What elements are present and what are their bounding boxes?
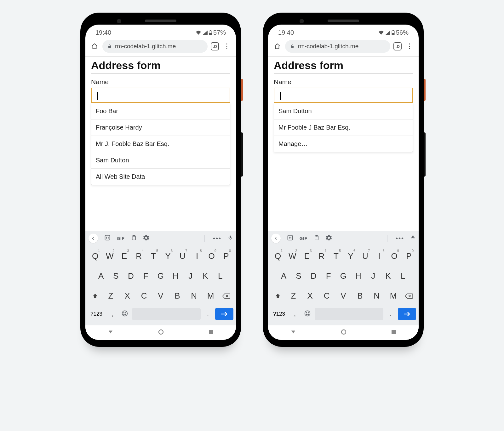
key-u[interactable]: U7 xyxy=(175,248,190,264)
chevron-left-icon[interactable] xyxy=(89,234,98,243)
key-o[interactable]: O9 xyxy=(387,248,402,264)
autofill-option[interactable]: Manage… xyxy=(274,136,413,152)
nav-back-icon[interactable] xyxy=(108,329,113,336)
key-w[interactable]: W2 xyxy=(285,248,300,264)
key-m[interactable]: M xyxy=(202,288,219,304)
key-y[interactable]: Y6 xyxy=(161,248,175,264)
key-g[interactable]: G xyxy=(336,268,351,284)
key-i[interactable]: I8 xyxy=(372,248,387,264)
period-key[interactable]: . xyxy=(203,310,213,318)
key-r[interactable]: R4 xyxy=(314,248,329,264)
key-f[interactable]: F xyxy=(321,268,336,284)
key-a[interactable]: A xyxy=(276,268,291,284)
key-z[interactable]: Z xyxy=(102,288,119,304)
enter-key[interactable] xyxy=(215,308,233,320)
key-j[interactable]: J xyxy=(183,268,198,284)
gif-button[interactable]: GIF xyxy=(117,236,125,241)
clipboard-icon[interactable] xyxy=(131,235,137,242)
sticker-icon[interactable] xyxy=(104,235,111,242)
gear-icon[interactable] xyxy=(143,235,149,242)
key-f[interactable]: F xyxy=(138,268,153,284)
autofill-option[interactable]: Mr Fooble J Baz Bar Esq. xyxy=(274,119,413,136)
key-c[interactable]: C xyxy=(136,288,152,304)
nav-home-icon[interactable] xyxy=(341,329,346,336)
comma-key[interactable]: , xyxy=(289,310,300,318)
key-x[interactable]: X xyxy=(119,288,136,304)
more-icon[interactable]: ••• xyxy=(396,235,404,242)
overflow-menu-icon[interactable]: ⋮ xyxy=(222,42,232,51)
key-o[interactable]: O9 xyxy=(204,248,219,264)
backspace-key[interactable] xyxy=(402,293,416,299)
nav-recent-icon[interactable] xyxy=(391,329,396,336)
key-g[interactable]: G xyxy=(153,268,168,284)
mic-icon[interactable] xyxy=(228,235,233,242)
key-p[interactable]: P0 xyxy=(402,248,416,264)
key-q[interactable]: Q1 xyxy=(271,248,285,264)
mic-icon[interactable] xyxy=(410,235,415,242)
key-r[interactable]: R4 xyxy=(132,248,146,264)
key-y[interactable]: Y6 xyxy=(343,248,358,264)
tabs-button[interactable]: :D xyxy=(393,42,402,50)
key-b[interactable]: B xyxy=(352,288,368,304)
backspace-key[interactable] xyxy=(219,293,233,299)
more-icon[interactable]: ••• xyxy=(213,235,221,242)
shift-key[interactable] xyxy=(271,293,285,299)
key-u[interactable]: U7 xyxy=(358,248,372,264)
key-e[interactable]: E3 xyxy=(117,248,131,264)
clipboard-icon[interactable] xyxy=(314,235,319,242)
autofill-option[interactable]: Françoise Hardy xyxy=(91,119,230,136)
key-a[interactable]: A xyxy=(94,268,108,284)
comma-key[interactable]: , xyxy=(107,310,117,318)
gear-icon[interactable] xyxy=(326,235,332,242)
key-v[interactable]: V xyxy=(152,288,169,304)
home-icon[interactable] xyxy=(90,42,99,51)
gif-button[interactable]: GIF xyxy=(300,236,307,241)
symbols-key[interactable]: ?123 xyxy=(271,311,288,317)
space-key[interactable] xyxy=(132,308,201,320)
home-icon[interactable] xyxy=(272,42,282,51)
key-k[interactable]: K xyxy=(198,268,213,284)
key-z[interactable]: Z xyxy=(285,288,302,304)
key-s[interactable]: S xyxy=(108,268,123,284)
period-key[interactable]: . xyxy=(385,310,396,318)
key-t[interactable]: T5 xyxy=(329,248,343,264)
emoji-key[interactable] xyxy=(302,310,313,318)
shift-key[interactable] xyxy=(88,293,102,299)
key-d[interactable]: D xyxy=(123,268,138,284)
key-l[interactable]: L xyxy=(396,268,410,284)
key-c[interactable]: C xyxy=(318,288,335,304)
key-p[interactable]: P0 xyxy=(219,248,233,264)
nav-back-icon[interactable] xyxy=(290,329,296,336)
tabs-button[interactable]: :D xyxy=(211,42,219,50)
key-t[interactable]: T5 xyxy=(146,248,161,264)
key-j[interactable]: J xyxy=(366,268,381,284)
enter-key[interactable] xyxy=(398,308,416,320)
sticker-icon[interactable] xyxy=(287,235,293,242)
autofill-option[interactable]: Sam Dutton xyxy=(274,103,413,119)
address-bar[interactable]: rm-codelab-1.glitch.me xyxy=(285,40,390,53)
key-b[interactable]: B xyxy=(169,288,186,304)
overflow-menu-icon[interactable]: ⋮ xyxy=(405,42,414,51)
key-e[interactable]: E3 xyxy=(300,248,314,264)
key-l[interactable]: L xyxy=(213,268,228,284)
key-d[interactable]: D xyxy=(306,268,321,284)
key-x[interactable]: X xyxy=(302,288,318,304)
autofill-option[interactable]: Sam Dutton xyxy=(91,152,230,168)
space-key[interactable] xyxy=(315,308,383,320)
symbols-key[interactable]: ?123 xyxy=(88,311,105,317)
key-m[interactable]: M xyxy=(385,288,402,304)
emoji-key[interactable] xyxy=(119,310,130,318)
key-h[interactable]: H xyxy=(168,268,183,284)
autofill-option[interactable]: All Web Site Data xyxy=(91,168,230,185)
nav-home-icon[interactable] xyxy=(158,329,164,336)
chevron-left-icon[interactable] xyxy=(271,234,281,243)
key-n[interactable]: N xyxy=(186,288,202,304)
name-input[interactable] xyxy=(274,88,413,103)
key-w[interactable]: W2 xyxy=(102,248,117,264)
autofill-option[interactable]: Mr J. Fooble Baz Bar Esq. xyxy=(91,136,230,152)
name-input[interactable] xyxy=(91,88,230,103)
address-bar[interactable]: rm-codelab-1.glitch.me xyxy=(102,40,208,53)
key-s[interactable]: S xyxy=(291,268,306,284)
key-n[interactable]: N xyxy=(368,288,385,304)
key-h[interactable]: H xyxy=(351,268,366,284)
